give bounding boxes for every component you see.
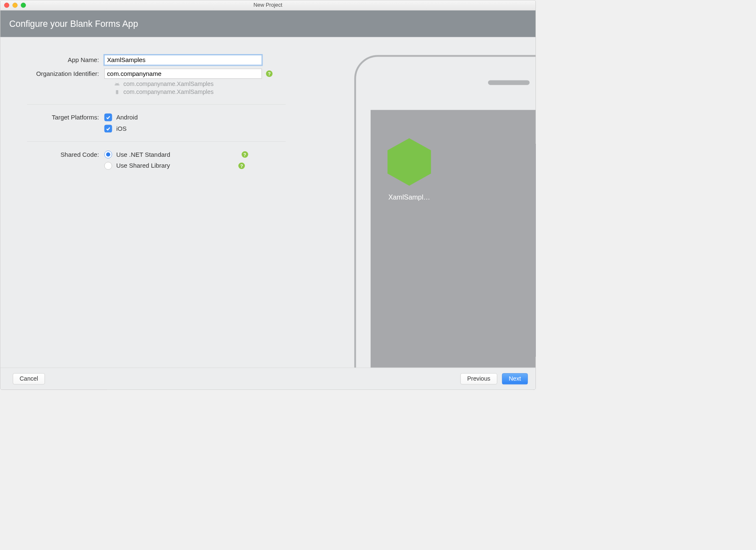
ios-checkbox[interactable] [104, 125, 112, 132]
android-bundle-hint: com.companyname.XamlSamples [12, 80, 333, 87]
wizard-title: Configure your Blank Forms App [9, 19, 138, 29]
wizard-footer: Cancel Previous Next [0, 368, 536, 389]
divider-1 [27, 104, 286, 105]
content-area: App Name: Organization Identifier: ? com… [0, 37, 536, 368]
android-checkbox[interactable] [104, 114, 112, 121]
shared-library-help-icon[interactable]: ? [238, 163, 245, 169]
app-name-label: App Name: [12, 57, 104, 64]
org-id-label: Organization Identifier: [12, 70, 104, 77]
target-platforms-label: Target Platforms: [12, 114, 104, 121]
ios-checkbox-label: iOS [116, 125, 127, 132]
preview-app-label: XamlSampl… [378, 193, 441, 201]
title-bar: New Project [0, 0, 536, 10]
wizard-header: Configure your Blank Forms App [0, 10, 536, 37]
target-platforms-row: Target Platforms: Android [12, 114, 333, 121]
shared-code-label: Shared Code: [12, 151, 104, 158]
shared-library-row: Use Shared Library ? [12, 162, 333, 169]
new-project-window: New Project Configure your Blank Forms A… [0, 0, 536, 390]
app-name-row: App Name: [12, 55, 333, 65]
android-checkbox-label: Android [116, 114, 138, 121]
svg-rect-0 [116, 90, 118, 94]
app-name-input[interactable] [104, 55, 262, 65]
android-icon [114, 81, 120, 87]
org-id-row: Organization Identifier: ? [12, 69, 333, 79]
ios-bundle-hint: com.companyname.XamlSamples [12, 88, 333, 95]
window-title: New Project [0, 2, 536, 8]
phone-speaker-icon [488, 80, 530, 85]
previous-button[interactable]: Previous [460, 373, 497, 384]
org-id-input[interactable] [104, 69, 262, 79]
ios-bundle-text: com.companyname.XamlSamples [123, 88, 213, 95]
net-standard-radio[interactable] [104, 150, 112, 158]
cancel-button[interactable]: Cancel [13, 373, 45, 384]
form-area: App Name: Organization Identifier: ? com… [0, 37, 346, 368]
divider-2 [27, 141, 286, 142]
phone-icon [114, 89, 120, 95]
org-id-help-icon[interactable]: ? [266, 70, 273, 77]
net-standard-help-icon[interactable]: ? [242, 151, 248, 158]
app-hexagon-icon [384, 137, 434, 187]
svg-marker-1 [387, 138, 431, 186]
shared-library-label: Use Shared Library [116, 162, 170, 169]
next-button[interactable]: Next [502, 373, 528, 384]
android-bundle-text: com.companyname.XamlSamples [123, 80, 213, 87]
shared-library-radio[interactable] [104, 162, 112, 169]
preview-pane: XamlSampl… [346, 37, 536, 368]
net-standard-label: Use .NET Standard [116, 151, 170, 158]
shared-code-row: Shared Code: Use .NET Standard ? [12, 150, 333, 158]
ios-platform-row: iOS [12, 125, 333, 132]
